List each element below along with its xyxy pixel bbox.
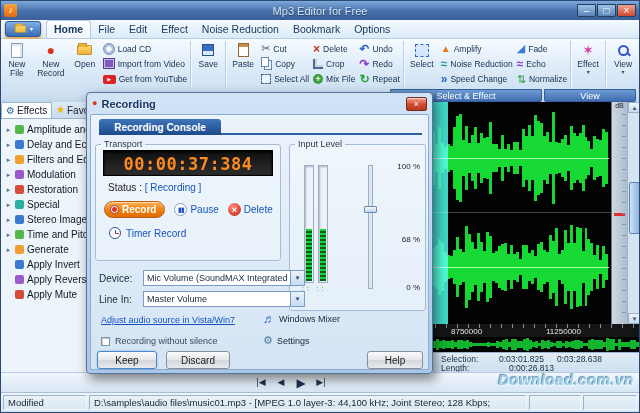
play-button[interactable]: ▶ — [291, 375, 311, 390]
effect-button[interactable]: ✶ Effect ▾ — [572, 39, 604, 89]
new-file-button[interactable]: New File — [1, 39, 33, 89]
transport-legend: Transport — [101, 139, 145, 149]
app-menu-icon — [14, 25, 26, 33]
modified-status: Modified — [3, 395, 87, 410]
maximize-button[interactable]: □ — [597, 4, 616, 17]
dialog-titlebar[interactable]: ● Recording × — [87, 93, 432, 114]
delete-icon: × — [228, 203, 241, 216]
cut-icon: ✂ — [261, 43, 270, 54]
new-record-button[interactable]: ● New Record — [33, 39, 69, 89]
select-button[interactable]: Select — [405, 39, 439, 89]
mix-file-button[interactable]: +Mix File — [313, 73, 355, 86]
tab-file[interactable]: File — [91, 21, 122, 38]
get-from-youtube-button[interactable]: ▶Get from YouTube — [103, 73, 188, 86]
delete-icon: × — [313, 43, 320, 55]
noise-reduction-button[interactable]: ≈Noise Reduction — [441, 57, 513, 70]
line-in-label: Line In: — [99, 294, 139, 305]
normalize-button[interactable]: ⇅Normalize — [517, 73, 567, 86]
amplify-button[interactable]: ▲Amplify — [441, 42, 513, 55]
selection-end-value: 0:03:28.638 — [557, 354, 602, 364]
keep-button[interactable]: Keep — [97, 351, 157, 369]
view-button[interactable]: View ▾ — [607, 39, 639, 89]
pause-icon: ▮▮ — [174, 203, 187, 216]
discard-button[interactable]: Discard — [166, 351, 230, 369]
category-icon — [15, 170, 24, 179]
youtube-icon: ▶ — [103, 75, 116, 84]
pause-button[interactable]: ▮▮ Pause — [174, 203, 218, 216]
dropdown-icon: ▼ — [295, 296, 301, 302]
tab-home[interactable]: Home — [46, 20, 91, 38]
speed-change-button[interactable]: »Speed Change — [441, 73, 513, 86]
device-select[interactable]: Mic Volume (SoundMAX Integrated ▼ — [143, 270, 305, 286]
delete-button[interactable]: ×Delete — [313, 42, 355, 55]
level-slider-handle[interactable] — [364, 206, 377, 213]
go-to-start-button[interactable]: |◀ — [251, 375, 271, 390]
tab-options[interactable]: Options — [347, 21, 397, 38]
vertical-scrollbar[interactable]: ▲ ▼ — [627, 102, 640, 324]
window-title: Mp3 Editor for Free — [1, 5, 639, 17]
adjust-audio-source-link[interactable]: Adjust audio source in Vista/Win7 — [101, 315, 235, 325]
timer-record-button[interactable]: Timer Record — [109, 227, 280, 239]
crop-button[interactable]: Crop — [313, 57, 355, 70]
save-icon — [202, 44, 214, 56]
tab-edit[interactable]: Edit — [122, 21, 154, 38]
load-cd-button[interactable]: Load CD — [103, 42, 188, 55]
scroll-up-icon[interactable]: ▲ — [628, 102, 640, 113]
repeat-button[interactable]: ↻Repeat — [359, 73, 399, 86]
dialog-close-button[interactable]: × — [406, 97, 427, 111]
tab-noise-reduction[interactable]: Noise Reduction — [195, 21, 286, 38]
normalize-icon: ⇅ — [517, 74, 526, 85]
category-icon — [15, 200, 24, 209]
select-all-button[interactable]: Select All — [261, 73, 309, 86]
amplify-icon: ▲ — [441, 44, 451, 54]
file-info: D:\samples\audio files\music01.mp3 - [MP… — [89, 395, 527, 410]
input-level-legend: Input Level — [295, 139, 345, 149]
cut-button[interactable]: ✂Cut — [261, 42, 309, 55]
settings-button[interactable]: ⚙ Settings — [263, 335, 309, 346]
record-icon — [110, 205, 119, 214]
import-from-video-button[interactable]: Import from Video — [103, 57, 188, 70]
minimize-button[interactable]: – — [577, 4, 596, 17]
ruler-mark: 8750000 — [451, 327, 482, 336]
help-button[interactable]: Help — [367, 351, 423, 369]
level-meter-left — [304, 165, 314, 283]
application-menu-button[interactable]: ▾ — [5, 21, 41, 37]
group-label-view: View — [544, 89, 636, 102]
close-button[interactable]: × — [617, 4, 636, 17]
open-button[interactable]: Open — [69, 39, 101, 89]
fade-icon: ◢ — [517, 43, 525, 54]
line-in-select[interactable]: Master Volume ▼ — [143, 291, 305, 307]
rewind-button[interactable]: ◀ — [271, 375, 291, 390]
fade-button[interactable]: ◢Fade — [517, 42, 567, 55]
without-silence-checkbox[interactable] — [101, 337, 110, 346]
echo-button[interactable]: ≈Echo — [517, 57, 567, 70]
record-button[interactable]: Record — [104, 201, 165, 218]
scroll-down-icon[interactable]: ▼ — [628, 313, 640, 324]
level-slider-track[interactable] — [368, 165, 373, 289]
copy-button[interactable]: Copy — [261, 57, 309, 70]
go-to-end-button[interactable]: ▶| — [311, 375, 331, 390]
scrollbar-thumb[interactable] — [629, 182, 640, 234]
select-icon — [415, 44, 429, 57]
save-button[interactable]: Save — [192, 39, 224, 89]
clock-icon — [109, 227, 121, 239]
level-meter-right — [318, 165, 328, 283]
view-dropdown-icon: ▾ — [622, 69, 625, 75]
panel-tab-effects[interactable]: ⚙ Effects — [1, 102, 52, 118]
speed-change-icon: » — [441, 73, 448, 85]
db-label: dB — [615, 102, 624, 109]
tab-effect[interactable]: Effect — [154, 21, 195, 38]
paste-button[interactable]: Paste — [227, 39, 259, 89]
import-video-icon — [103, 58, 115, 69]
dialog-title: Recording — [101, 98, 155, 110]
redo-button[interactable]: ↷Redo — [359, 57, 399, 70]
peak-indicators: :: :: — [302, 285, 327, 292]
menu-tab-row: ▾ Home File Edit Effect Noise Reduction … — [1, 20, 639, 39]
undo-button[interactable]: ↶Undo — [359, 42, 399, 55]
windows-mixer-button[interactable]: ♬ Windows Mixer — [263, 313, 340, 325]
tab-bookmark[interactable]: Bookmark — [286, 21, 347, 38]
category-icon — [15, 245, 24, 254]
delete-recording-button[interactable]: × Delete — [228, 203, 273, 216]
repeat-icon: ↻ — [359, 73, 369, 85]
category-icon — [15, 215, 24, 224]
